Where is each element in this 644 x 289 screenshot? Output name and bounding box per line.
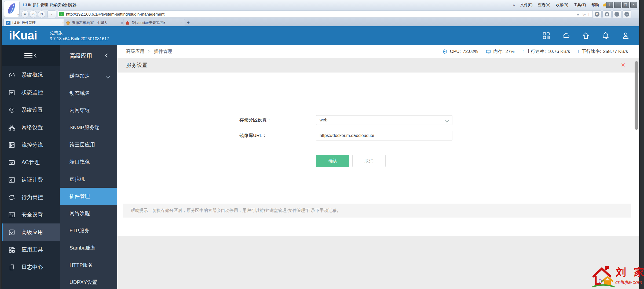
- menu-file[interactable]: 文件(F): [520, 3, 533, 8]
- download-icon: ↓: [614, 12, 619, 17]
- new-tab-button[interactable]: +: [184, 19, 192, 26]
- bell-icon[interactable]: [602, 31, 610, 40]
- window-title: LJ-IK-插件管理 -猎豹安全浏览器: [23, 0, 76, 10]
- sidebar-item-system-settings[interactable]: 系统设置: [2, 101, 60, 119]
- submenu-item-wol[interactable]: 网络唤醒: [60, 205, 117, 222]
- submenu-collapse-icon: [105, 53, 109, 58]
- home-upgrade-icon[interactable]: [582, 31, 590, 40]
- k-icon: K: [595, 12, 599, 17]
- submenu-header[interactable]: 高级应用: [60, 45, 117, 66]
- dialog-body: 存储分区设置： web 镜像库URL： https://docker.m.dao…: [117, 73, 639, 236]
- scrollbar-thumb[interactable]: [635, 61, 638, 130]
- submenu-item-samba[interactable]: Samba服务: [60, 239, 117, 257]
- url-field[interactable]: ✓ http://192.168.6.1/#/system-setting/pl…: [58, 10, 598, 18]
- titlebar: LJ-IK-插件管理 -猎豹安全浏览器 » 文件(F) 查看(V) 收藏(B) …: [2, 0, 639, 10]
- submenu-item-vm[interactable]: 虚拟机: [60, 171, 117, 188]
- chevron-down-icon: [106, 74, 110, 79]
- cancel-button[interactable]: 取消: [352, 155, 386, 167]
- submenu-item-http[interactable]: HTTP服务: [60, 257, 117, 274]
- menu-tools[interactable]: 工具(T): [574, 3, 586, 8]
- back-button[interactable]: ‹: [47, 10, 56, 18]
- sidebar-item-app-tools[interactable]: 应用工具: [2, 241, 60, 258]
- tab-label: 资源发布,刘家 - 中国人: [72, 20, 119, 25]
- browser-logo[interactable]: v: [4, 1, 20, 17]
- tab-close-icon[interactable]: ×: [121, 21, 123, 25]
- more-button[interactable]: •••: [622, 10, 631, 18]
- kuaifang-button[interactable]: K: [592, 10, 602, 18]
- sidebar-item-status-monitor[interactable]: 状态监控: [2, 84, 60, 101]
- sidebar-collapse[interactable]: [2, 45, 60, 66]
- submenu-item-cache[interactable]: 缓存加速: [60, 67, 117, 85]
- url-text[interactable]: http://192.168.6.1/#/system-setting/plug…: [66, 11, 164, 17]
- tools-grid-icon: [8, 246, 16, 254]
- sidebar-item-ac-management[interactable]: AC管理: [2, 154, 60, 171]
- version-info: 免费版 3.7.18 x64 Build202501081617: [50, 30, 109, 42]
- addressbar: ★ ⌂ ↻ ‹ ✓ http://192.168.6.1/#/system-se…: [2, 10, 639, 18]
- user-icon[interactable]: [621, 31, 630, 40]
- id-card-icon: [8, 176, 16, 184]
- memory-status: 内存:27%: [485, 45, 515, 58]
- submenu-item-intranet[interactable]: 内网穿透: [60, 102, 117, 119]
- partition-label: 存储分区设置：: [239, 115, 314, 125]
- log-pages-icon: [8, 263, 16, 271]
- home-button[interactable]: ⌂: [30, 10, 37, 18]
- menu-help[interactable]: 帮助: [591, 3, 599, 8]
- tab-plugin-management[interactable]: iK LJ-IK-插件管理 ×: [3, 19, 67, 27]
- main-content: 高级应用 > 插件管理 CPU:72.02% 内存:27% ↑ 上行速率:10.…: [117, 45, 639, 289]
- security-shield-icon: ✓: [59, 12, 64, 16]
- statusbar: CPU:72.02% 内存:27% ↑ 上行速率:10.76 KB/s ↓ 下行…: [442, 45, 628, 58]
- tray-button[interactable]: ⇑: [606, 2, 613, 8]
- sidebar-item-log-center[interactable]: 日志中心: [2, 258, 60, 276]
- uplink-status: ↑ 上行速率:10.76 KB/s: [522, 45, 570, 58]
- sidebar-item-system-overview[interactable]: 系统概况: [2, 66, 60, 84]
- close-window-button[interactable]: ×: [630, 2, 637, 8]
- submenu-item-ddns[interactable]: 动态域名: [60, 85, 117, 102]
- submenu-item-cross-l3[interactable]: 跨三层应用: [60, 136, 117, 153]
- minimize-button[interactable]: –: [614, 2, 621, 8]
- submenu-item-snmp[interactable]: SNMP服务端: [60, 119, 117, 136]
- browser-window: LJ-IK-插件管理 -猎豹安全浏览器 » 文件(F) 查看(V) 收藏(B) …: [2, 0, 639, 289]
- maximize-button[interactable]: ❐: [622, 2, 629, 8]
- breadcrumb-parent[interactable]: 高级应用: [126, 45, 144, 58]
- menu-favorites[interactable]: 收藏(B): [556, 3, 568, 8]
- submenu-item-plugin-management[interactable]: 插件管理: [60, 188, 117, 205]
- add-favorite-icon[interactable]: ★: [576, 12, 580, 16]
- logo-caret-icon[interactable]: v: [17, 13, 19, 16]
- tab-resource[interactable]: 资源发布,刘家 - 中国人 ×: [64, 19, 125, 27]
- download-button[interactable]: ↓: [612, 10, 621, 18]
- tab-label: 爱快docker安装宝塔的: [131, 20, 178, 25]
- submenu-item-udpxy[interactable]: UDPXY设置: [60, 274, 117, 289]
- screen: LJ-IK-插件管理 -猎豹安全浏览器 » 文件(F) 查看(V) 收藏(B) …: [0, 0, 644, 289]
- up-arrow-icon: ↑: [522, 45, 525, 58]
- ikuai-logo: iKuai: [9, 28, 37, 42]
- select-chevron-icon: [445, 118, 449, 123]
- gauge-icon: [8, 71, 16, 79]
- menu-expander-icon[interactable]: »: [513, 3, 515, 7]
- sidebar-nav: 系统概况 状态监控 系统设置 网络设置 流控分流: [2, 66, 60, 276]
- sidebar-item-auth-billing[interactable]: 认证计费: [2, 171, 60, 189]
- favorites-button[interactable]: ★: [21, 10, 29, 18]
- tab-docker[interactable]: 爱快docker安装宝塔的 ×: [123, 19, 185, 27]
- partition-select[interactable]: web: [316, 115, 452, 125]
- registry-url-input[interactable]: https://docker.m.daocloud.io/: [316, 131, 452, 140]
- sidebar-item-flow-control[interactable]: 流控分流: [2, 136, 60, 154]
- sidebar-item-advanced-apps[interactable]: 高级应用: [2, 223, 60, 241]
- dialog-close-icon[interactable]: ×: [621, 61, 625, 69]
- cloud-icon[interactable]: [562, 31, 570, 40]
- sidebar-item-security-settings[interactable]: 安全设置: [2, 206, 60, 223]
- brick-wall-icon: [8, 211, 16, 219]
- lock-button[interactable]: [602, 10, 612, 18]
- sidebar-item-network-settings[interactable]: 网络设置: [2, 119, 60, 136]
- breadcrumb-current: 插件管理: [154, 49, 172, 54]
- refresh-button[interactable]: ↻: [38, 10, 45, 18]
- submenu-item-ftp[interactable]: FTP服务: [60, 222, 117, 239]
- submenu-item-port-mirror[interactable]: 端口镜像: [60, 153, 117, 171]
- browser-menubar: » 文件(F) 查看(V) 收藏(B) 工具(T) 帮助: [513, 0, 599, 10]
- tab-label: LJ-IK-插件管理: [12, 20, 60, 25]
- tab-close-icon[interactable]: ×: [180, 21, 182, 25]
- confirm-button[interactable]: 确认: [316, 155, 349, 167]
- sidebar-item-behavior-control[interactable]: 行为管控: [2, 189, 60, 206]
- apps-grid-icon[interactable]: [542, 31, 550, 40]
- menu-view[interactable]: 查看(V): [538, 3, 551, 8]
- lightning-icon[interactable]: ϟ▾: [582, 12, 586, 16]
